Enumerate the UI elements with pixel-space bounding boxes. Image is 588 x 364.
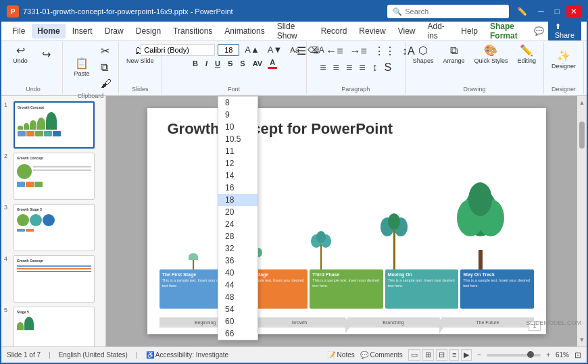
fontsize-18[interactable]: 18 — [218, 194, 258, 206]
fontsize-14[interactable]: 14 — [218, 170, 258, 182]
menu-addins[interactable]: Add-ins — [422, 19, 455, 43]
scroll-up-button[interactable]: ▲ — [579, 97, 585, 108]
notes-button[interactable]: 📝 Notes — [327, 351, 355, 359]
fontsize-44[interactable]: 44 — [218, 279, 258, 291]
shadow-button[interactable]: S — [237, 59, 247, 68]
slide-image-4[interactable]: Growth Concept — [14, 255, 95, 303]
slide-thumb-5[interactable]: 5 Stage 5 — [4, 307, 103, 346]
menu-view[interactable]: View — [393, 24, 421, 38]
align-left-button[interactable]: ≡ — [317, 60, 328, 75]
editing-button[interactable]: ✏️Editing — [514, 43, 539, 66]
spacing-button[interactable]: AV — [250, 59, 265, 68]
slide-image-3[interactable]: Growth Stage 3 — [14, 204, 95, 251]
arrange-button[interactable]: ⧉Arrange — [439, 43, 468, 66]
zoom-slider[interactable] — [487, 354, 541, 357]
slide-thumb-2[interactable]: 2 Growth Concept — [4, 153, 103, 200]
fontsize-66[interactable]: 66 — [218, 328, 258, 340]
bold-button[interactable]: B — [190, 59, 201, 68]
fontsize-40[interactable]: 40 — [218, 267, 258, 279]
smart-art-button[interactable]: S — [382, 60, 395, 75]
slide-thumb-3[interactable]: 3 Growth Stage 3 — [4, 204, 103, 251]
comment-icon[interactable]: 💬 — [534, 26, 544, 36]
comments-button[interactable]: 💬 Comments — [360, 351, 403, 359]
search-box[interactable]: 🔍 — [387, 5, 509, 18]
shapes-button[interactable]: ⬡Shapes — [410, 43, 437, 66]
strikethrough-button[interactable]: S — [225, 59, 235, 68]
normal-view-button[interactable]: ▭ — [408, 349, 420, 361]
font-size-dropdown[interactable]: 18 — [218, 44, 239, 56]
scroll-down-button[interactable]: ▼ — [579, 334, 585, 345]
language-indicator[interactable]: English (United States) — [59, 351, 128, 359]
slide-image-2[interactable]: Growth Concept — [14, 153, 95, 200]
align-center-button[interactable]: ≡ — [330, 60, 342, 75]
fontsize-36[interactable]: 36 — [218, 255, 258, 267]
maximize-button[interactable]: □ — [551, 5, 564, 18]
numbering-button[interactable]: ≡ — [310, 44, 322, 59]
right-scrollbar[interactable]: ▲ ▼ — [577, 96, 587, 346]
fontsize-24[interactable]: 24 — [218, 218, 258, 230]
italic-button[interactable]: I — [203, 59, 210, 68]
notes-view-button[interactable]: ≡ — [449, 349, 459, 361]
slide-thumb-1[interactable]: 1 Growth Concept — [4, 101, 103, 149]
decrease-font-button[interactable]: A▼ — [265, 43, 285, 56]
reading-view-button[interactable]: ▶ — [461, 349, 472, 361]
menu-record[interactable]: Record — [316, 24, 353, 38]
menu-animations[interactable]: Animations — [219, 24, 270, 38]
slide-thumb-4[interactable]: 4 Growth Concept — [4, 255, 103, 303]
cut-button[interactable]: ✂ — [98, 43, 114, 59]
fontsize-8[interactable]: 8 — [218, 97, 258, 109]
bullets-button[interactable]: ☰ — [294, 43, 309, 59]
fontsize-28[interactable]: 28 — [218, 230, 258, 242]
slide-image-1[interactable]: Growth Concept — [14, 101, 95, 149]
fontsize-16[interactable]: 16 — [218, 182, 258, 194]
menu-file[interactable]: File — [7, 24, 30, 38]
format-painter-button[interactable]: 🖌 — [98, 76, 114, 91]
undo-button[interactable]: ↩Undo — [8, 43, 32, 66]
menu-design[interactable]: Design — [130, 24, 166, 38]
font-color-button[interactable]: A — [267, 57, 278, 67]
paste-button[interactable]: 📋Paste — [67, 56, 97, 79]
outline-view-button[interactable]: ⊞ — [422, 349, 434, 361]
fontsize-32[interactable]: 32 — [218, 242, 258, 255]
fontsize-10-5[interactable]: 10.5 — [218, 133, 258, 145]
slide-sorter-button[interactable]: ⊟ — [436, 349, 447, 361]
align-right-button[interactable]: ≡ — [343, 60, 355, 75]
line-spacing-button[interactable]: ↕ — [370, 60, 381, 75]
accessibility-indicator[interactable]: ♿ Accessibility: Investigate — [146, 351, 229, 359]
quick-styles-button[interactable]: 🎨Quick Styles — [470, 43, 511, 66]
close-button[interactable]: ✕ — [566, 5, 581, 18]
fontsize-60[interactable]: 60 — [218, 315, 258, 328]
menu-transitions[interactable]: Transitions — [168, 24, 218, 38]
fontsize-11[interactable]: 11 — [218, 145, 258, 157]
fontsize-48[interactable]: 48 — [218, 291, 258, 303]
slide-image-5[interactable]: Stage 5 — [14, 307, 95, 346]
zoom-in-button[interactable]: + — [546, 351, 550, 359]
font-name-dropdown[interactable]: Calibri (Body) — [141, 44, 215, 56]
zoom-out-button[interactable]: − — [477, 351, 481, 359]
underline-button[interactable]: U — [212, 59, 223, 68]
menu-home[interactable]: Home — [32, 24, 65, 38]
menu-help[interactable]: Help — [456, 24, 483, 38]
designer-button[interactable]: ✨Designer — [548, 49, 579, 72]
fontsize-9[interactable]: 9 — [218, 109, 258, 121]
menu-review[interactable]: Review — [353, 24, 391, 38]
minimize-button[interactable]: ─ — [534, 5, 548, 18]
fontsize-54[interactable]: 54 — [218, 303, 258, 315]
justify-button[interactable]: ≡ — [356, 60, 368, 75]
zoom-level[interactable]: 61% — [556, 351, 569, 359]
copy-button[interactable]: ⧉ — [98, 60, 114, 75]
fontsize-20[interactable]: 20 — [218, 206, 258, 218]
menu-slideshow[interactable]: Slide Show — [272, 19, 314, 43]
search-input[interactable] — [405, 7, 499, 16]
fontsize-dropdown-list[interactable]: 8 9 10 10.5 11 12 14 16 18 20 24 28 32 3… — [218, 96, 258, 340]
fit-slide-button[interactable]: ⊡ — [574, 350, 581, 360]
redo-button[interactable]: ↪ — [34, 47, 58, 62]
fontsize-12[interactable]: 12 — [218, 157, 258, 170]
increase-font-button[interactable]: A▲ — [242, 43, 262, 56]
increase-indent-button[interactable]: →≡ — [347, 44, 370, 59]
menu-insert[interactable]: Insert — [67, 24, 98, 38]
menu-draw[interactable]: Draw — [99, 24, 129, 38]
columns-button[interactable]: ⋮⋮ — [371, 43, 398, 59]
scrollbar-thumb[interactable] — [579, 122, 585, 149]
share-button[interactable]: ⬆ Share — [548, 20, 581, 41]
